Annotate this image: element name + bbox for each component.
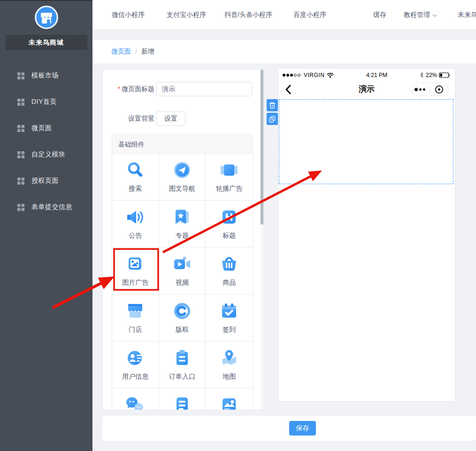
component-label: 轮播广告 (216, 185, 242, 193)
component-item-heading[interactable]: 标题 (206, 201, 253, 248)
goods-basket-icon (219, 254, 239, 274)
search-icon (125, 160, 146, 180)
component-item-goods[interactable]: 商品 (206, 248, 253, 295)
user-info-icon (125, 348, 146, 368)
canvas-selected-component-area[interactable] (279, 99, 453, 184)
component-label: 图片广告 (122, 279, 148, 287)
scrollbar-thumb[interactable] (261, 70, 264, 225)
component-item-order-entry[interactable]: 订单入口 (159, 342, 206, 389)
component-item-topic[interactable]: 专题 (159, 201, 206, 248)
background-label: 设置背景 (103, 115, 154, 123)
phone-status-bar: VIRGIN 4:21 PM 22% (278, 69, 455, 81)
heading-icon (219, 207, 239, 227)
grid-icon (17, 151, 24, 158)
required-mark: * (118, 85, 120, 93)
component-label: 门店 (129, 326, 142, 334)
component-item-store[interactable]: 门店 (112, 295, 159, 342)
sidebar-item-form-submissions[interactable]: 表单提交信息 (0, 194, 92, 220)
image-card-icon (219, 395, 239, 410)
component-item-image-text-nav[interactable]: 图文导航 (159, 154, 206, 201)
wechat-message-icon (125, 395, 146, 410)
editor-panel: *微页面标题 设置背景 设置 基础组件 搜索 图文导航 轮播广告 (102, 69, 264, 410)
copy-component-button[interactable] (267, 113, 278, 125)
grid-icon (17, 125, 24, 132)
exit-target-icon[interactable] (430, 85, 449, 94)
trash-icon (269, 102, 276, 109)
sidebar: 未来鸟商城 模板市场 DIY首页 微页面 自定义模块 授权页面 (0, 0, 92, 451)
panel-scrollbar[interactable] (260, 70, 264, 410)
wifi-icon (327, 72, 334, 78)
sidebar-item-label: 授权页面 (31, 177, 59, 185)
tab-baidu-miniapp[interactable]: 百度小程序 (293, 0, 326, 29)
component-item-article-list[interactable] (159, 389, 206, 410)
component-label: 商品 (223, 279, 236, 287)
image-text-nav-icon (172, 160, 192, 180)
tab-douyin-miniapp[interactable]: 抖音/头条小程序 (224, 0, 272, 29)
store-name: 未来鸟商城 (5, 35, 87, 50)
checkin-calendar-icon (219, 301, 239, 321)
sidebar-item-auth-page[interactable]: 授权页面 (0, 168, 92, 194)
component-label: 标题 (223, 232, 236, 240)
account-menu[interactable]: 未来鸟 (458, 0, 476, 29)
sidebar-item-label: DIY首页 (31, 98, 57, 106)
component-label: 用户信息 (122, 373, 148, 381)
component-item-search[interactable]: 搜索 (112, 154, 159, 201)
component-item-image-card[interactable] (206, 389, 253, 410)
carrier-label: VIRGIN (304, 72, 324, 78)
breadcrumb-separator: / (135, 48, 137, 55)
component-label: 地图 (223, 373, 236, 381)
more-menu-icon[interactable] (411, 88, 430, 91)
component-label: 专题 (176, 232, 189, 240)
page-title-label: *微页面标题 (103, 85, 154, 93)
store-logo-icon[interactable] (34, 5, 59, 31)
breadcrumb-micro-page-link[interactable]: 微页面 (111, 47, 131, 56)
tab-alipay-miniapp[interactable]: 支付宝小程序 (167, 0, 206, 29)
footer-bar: 保存 (102, 416, 476, 441)
copy-icon (269, 116, 276, 123)
component-item-announcement[interactable]: 公告 (112, 201, 159, 248)
set-background-button[interactable]: 设置 (156, 111, 185, 126)
component-item-copyright[interactable]: 版权 (159, 295, 206, 342)
store-icon (125, 301, 146, 321)
sidebar-item-template-market[interactable]: 模板市场 (0, 62, 92, 89)
component-label: 公告 (129, 232, 142, 240)
component-label: 版权 (176, 326, 189, 334)
image-ad-icon (125, 254, 146, 274)
palette-header: 基础组件 (112, 135, 253, 154)
component-item-map[interactable]: 地图 (206, 342, 253, 389)
battery-percent: 22% (426, 72, 437, 78)
battery-icon (439, 72, 451, 78)
sidebar-item-label: 表单提交信息 (31, 203, 72, 211)
bluetooth-icon (420, 72, 424, 78)
copyright-icon (172, 301, 192, 321)
signal-dots-icon (283, 74, 301, 77)
component-item-checkin[interactable]: 签到 (206, 295, 253, 342)
sidebar-item-custom-module[interactable]: 自定义模块 (0, 141, 92, 168)
component-item-image-ad[interactable]: 图片广告 (112, 248, 159, 295)
component-label: 搜索 (129, 185, 142, 193)
component-item-carousel-ad[interactable]: 轮播广告 (206, 154, 253, 201)
clock: 4:21 PM (334, 72, 420, 78)
component-item-user-info[interactable]: 用户信息 (112, 342, 159, 389)
order-entry-icon (172, 348, 192, 368)
component-label: 视频 (176, 279, 189, 287)
component-grid: 搜索 图文导航 轮播广告 公告 专题 (112, 154, 253, 410)
component-label: 签到 (223, 326, 236, 334)
page-title-input[interactable] (156, 82, 252, 96)
tab-wechat-miniapp[interactable]: 微信小程序 (112, 0, 145, 29)
component-item-wechat-message[interactable] (112, 389, 159, 410)
cache-button[interactable]: 缓存 (373, 0, 386, 29)
sidebar-menu: 模板市场 DIY首页 微页面 自定义模块 授权页面 表单提交信息 (0, 55, 92, 220)
save-button[interactable]: 保存 (289, 421, 316, 435)
phone-preview: VIRGIN 4:21 PM 22% 演示 (278, 68, 455, 402)
delete-component-button[interactable] (267, 99, 278, 111)
sidebar-item-diy-home[interactable]: DIY首页 (0, 89, 92, 115)
component-palette: 基础组件 搜索 图文导航 轮播广告 公告 (112, 134, 253, 410)
chevron-down-icon (432, 14, 437, 17)
grid-icon (17, 99, 24, 106)
sidebar-item-label: 模板市场 (31, 71, 59, 80)
phone-nav-bar: 演示 (278, 81, 455, 98)
sidebar-item-micro-page[interactable]: 微页面 (0, 115, 92, 141)
tutorial-menu[interactable]: 教程管理 (404, 0, 437, 29)
component-item-video[interactable]: 视频 (159, 248, 206, 295)
